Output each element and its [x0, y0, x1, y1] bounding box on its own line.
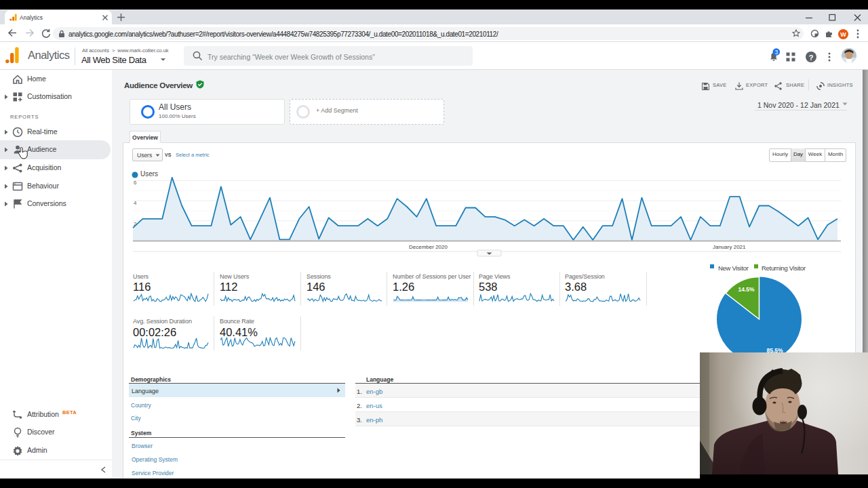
svg-text:3: 3: [774, 49, 778, 56]
svg-text:December 2020: December 2020: [409, 244, 448, 250]
svg-text:4: 4: [134, 200, 137, 206]
svg-text:14.5%: 14.5%: [738, 286, 755, 293]
svg-text:6: 6: [134, 180, 137, 186]
svg-text:2: 2: [134, 221, 137, 227]
svg-text:January 2021: January 2021: [713, 244, 746, 250]
